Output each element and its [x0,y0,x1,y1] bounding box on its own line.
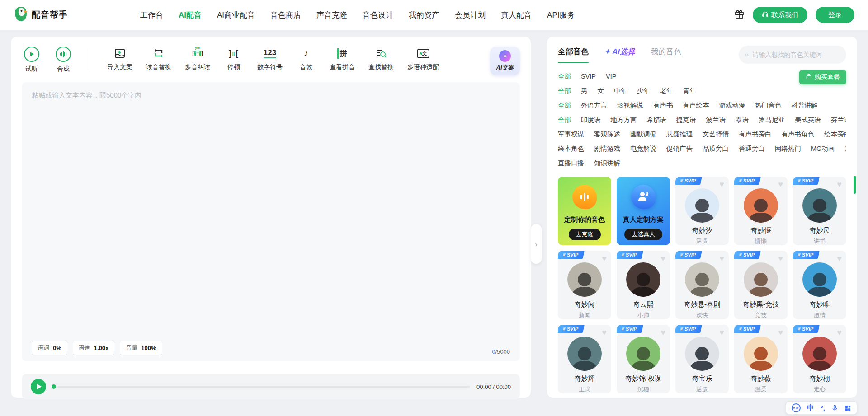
tool-button-7[interactable]: 查找替换 [368,47,394,71]
filter-item-3-0[interactable]: 全部 [558,112,571,127]
filter-item-2-0[interactable]: 全部 [558,98,571,112]
voice-card[interactable]: ♛SVIP♥奇妙辉正式 [558,325,611,393]
voice-tab-1[interactable]: ✦ AI选择 [604,47,635,63]
gift-icon[interactable] [734,9,745,21]
voice-card[interactable]: ♛SVIP♥奇妙锦-权谋沉稳 [617,325,670,393]
nav-item-1[interactable]: AI配音 [179,10,202,20]
volume-button[interactable]: 音量 100% [120,341,162,355]
ime-apps-grid-icon[interactable] [844,405,851,411]
filter-item-3-7[interactable]: 罗马尼亚 [759,112,785,127]
tool-button-6[interactable]: 拼查看拼音 [330,47,355,71]
synthesize-button[interactable]: 合成 [53,47,73,73]
promo-card-human[interactable]: 真人定制方案去选真人 [617,177,670,245]
filter-item-3-9[interactable]: 芬兰语 [831,112,846,127]
favorite-heart-icon[interactable]: ♥ [660,254,665,262]
favorite-heart-icon[interactable]: ♥ [778,254,783,262]
voice-card[interactable]: ♛SVIP♥奇妙唯激情 [793,251,846,319]
filter-item-6-1[interactable]: 知识讲解 [594,156,620,170]
filter-item-5-2[interactable]: 电竞解说 [630,141,656,156]
filter-item-4-1[interactable]: 客观陈述 [594,127,620,141]
filter-item-4-3[interactable]: 悬疑推理 [666,127,693,141]
voice-search-input[interactable] [752,51,840,58]
listen-button[interactable]: 试听 [22,47,42,73]
favorite-heart-icon[interactable]: ♥ [660,328,665,337]
script-text-input[interactable] [22,82,520,361]
voice-search-box[interactable]: ⌕ [739,46,846,64]
voice-card[interactable]: ♛SVIP♥奇妙惬慵懒 [734,177,788,245]
favorite-heart-icon[interactable]: ♥ [719,328,724,337]
filter-item-1-4[interactable]: 少年 [637,84,650,98]
filter-item-0-0[interactable]: 全部 [558,69,571,84]
nav-item-8[interactable]: 真人配音 [501,10,532,20]
tool-button-4[interactable]: 123数字符号 [257,47,283,71]
filter-item-2-7[interactable]: 科普讲解 [792,98,818,112]
tool-button-5[interactable]: ♪音效 [296,47,316,71]
voice-card[interactable]: ♛SVIP♥奇宝乐活泼 [675,325,729,393]
favorite-heart-icon[interactable]: ♥ [837,180,842,188]
tool-button-1[interactable]: 读音替换 [146,47,171,71]
voice-tab-0[interactable]: 全部音色 [558,47,589,63]
ime-brand-icon[interactable]: iFLY [792,403,801,412]
ime-language-toggle[interactable]: 中 [807,403,814,413]
filter-item-5-8[interactable]: 新闻主播 [844,141,846,156]
filter-item-5-1[interactable]: 剧情游戏 [594,141,620,156]
filter-item-0-1[interactable]: SVIP [581,69,596,84]
filter-item-3-1[interactable]: 印度语 [581,112,601,127]
favorite-heart-icon[interactable]: ♥ [602,254,607,262]
filter-item-2-2[interactable]: 影视解说 [617,98,643,112]
filter-item-2-5[interactable]: 游戏动漫 [719,98,745,112]
favorite-heart-icon[interactable]: ♥ [719,180,724,188]
nav-item-5[interactable]: 音色设计 [363,10,393,20]
ime-punctuation-icon[interactable]: °, [821,404,825,412]
filter-item-6-0[interactable]: 直播口播 [558,156,584,170]
filter-item-4-6[interactable]: 有声书角色 [782,127,815,141]
nav-item-4[interactable]: 声音克隆 [316,10,347,20]
filter-item-2-3[interactable]: 有声书 [653,98,673,112]
filter-item-5-4[interactable]: 品质旁白 [703,141,729,156]
favorite-heart-icon[interactable]: ♥ [719,254,724,262]
filter-item-4-4[interactable]: 文艺抒情 [703,127,729,141]
filter-item-5-5[interactable]: 普通旁白 [739,141,765,156]
voice-tab-2[interactable]: 我的音色 [651,47,681,63]
filter-item-2-1[interactable]: 外语方言 [581,98,607,112]
filter-item-2-6[interactable]: 热门音色 [755,98,782,112]
voice-card[interactable]: ♛SVIP♥奇妙尺讲书 [793,177,846,245]
contact-us-button[interactable]: 联系我们 [753,7,807,23]
filter-item-3-6[interactable]: 泰语 [736,112,749,127]
ime-microphone-icon[interactable] [831,405,838,411]
filter-item-5-3[interactable]: 促销广告 [666,141,693,156]
filter-item-1-6[interactable]: 青年 [683,84,696,98]
filter-item-3-8[interactable]: 美式英语 [795,112,821,127]
collapse-panel-handle[interactable]: › [531,224,542,264]
nav-item-3[interactable]: 音色商店 [270,10,301,20]
player-play-button[interactable] [31,379,46,394]
favorite-heart-icon[interactable]: ♥ [837,254,842,262]
login-button[interactable]: 登录 [816,7,854,23]
favorite-heart-icon[interactable]: ♥ [778,328,783,337]
voice-card[interactable]: ♛SVIP♥奇妙黑-竞技竞技 [734,251,788,319]
filter-item-1-3[interactable]: 中年 [614,84,627,98]
filter-item-3-2[interactable]: 地方方言 [611,112,637,127]
filter-item-3-3[interactable]: 希腊语 [647,112,667,127]
favorite-heart-icon[interactable]: ♥ [837,328,842,337]
favorite-heart-icon[interactable]: ♥ [778,180,783,188]
voice-card[interactable]: ♛SVIP♥奇妙悬-喜剧欢快 [675,251,729,319]
tool-button-0[interactable]: 导入文案 [107,47,132,71]
buy-package-button[interactable]: 购买套餐 [799,70,846,84]
seek-bar[interactable] [52,386,470,388]
promo-action-button[interactable]: 去选真人 [624,229,662,240]
voice-card[interactable]: ♛SVIP♥奇妙汐活泼 [675,177,729,245]
voice-card[interactable]: ♛SVIP♥奇妙闻新闻 [558,251,611,319]
filter-item-5-0[interactable]: 绘本角色 [558,141,584,156]
filter-item-3-5[interactable]: 波兰语 [706,112,726,127]
filter-item-1-0[interactable]: 全部 [558,84,571,98]
favorite-heart-icon[interactable]: ♥ [602,328,607,337]
voice-card[interactable]: ♛SVIP♥奇妙栩走心 [793,325,846,393]
filter-item-1-1[interactable]: 男 [581,84,588,98]
tool-button-8[interactable]: a文多语种适配 [407,47,439,71]
filter-item-0-2[interactable]: VIP [606,69,616,84]
seek-handle[interactable] [52,384,56,389]
nav-item-7[interactable]: 会员计划 [455,10,486,20]
filter-item-4-7[interactable]: 绘本旁白 [824,127,846,141]
filter-item-5-7[interactable]: MG动画 [811,141,835,156]
